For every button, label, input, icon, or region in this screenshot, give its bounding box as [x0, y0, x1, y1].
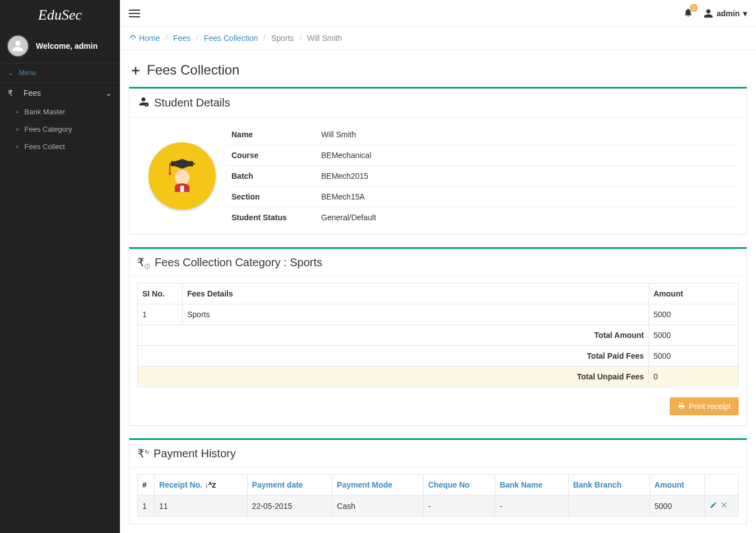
breadcrumb: Home / Fees / Fees Collection / Sports /…: [120, 27, 756, 50]
field-value-batch: BEMech2015: [317, 166, 739, 186]
breadcrumb-category: Sports: [271, 34, 294, 43]
breadcrumb-home[interactable]: Home: [139, 34, 160, 43]
field-label-status: Student Status: [227, 207, 317, 228]
username-label: admin: [717, 9, 740, 18]
cell-bank: -: [495, 495, 568, 517]
fees-table: SI No. Fees Details Amount 1 Sports 5000: [137, 283, 739, 387]
total-amount-value: 5000: [649, 325, 739, 346]
total-paid-value: 5000: [649, 346, 739, 367]
cell-mode: Cash: [332, 495, 424, 517]
field-label-course: Course: [227, 145, 317, 165]
double-angle-icon: »: [16, 109, 19, 115]
edit-button[interactable]: [709, 501, 717, 511]
double-angle-icon: »: [16, 143, 19, 150]
payment-history-table: # Receipt No. ↓ᴬᴢ Payment date Payment M…: [137, 474, 739, 517]
sidebar-item-fees-category[interactable]: » Fees Category: [0, 120, 120, 138]
col-header-branch[interactable]: Bank Branch: [568, 475, 650, 495]
plus-icon: ＋: [129, 61, 142, 79]
total-paid-row: Total Paid Fees 5000: [138, 346, 739, 367]
col-header-date[interactable]: Payment date: [247, 475, 332, 495]
svg-point-6: [175, 170, 189, 184]
graduate-icon: [163, 156, 202, 196]
rupee-info-icon: ₹ⓘ: [137, 256, 150, 269]
welcome-text: Welcome, admin: [36, 41, 98, 50]
svg-point-5: [169, 172, 171, 174]
table-row: 1 Sports 5000: [138, 304, 739, 325]
sidebar-item-label: Bank Master: [25, 108, 66, 116]
sort-icon: ↓ᴬᴢ: [205, 480, 216, 489]
cell-amount: 5000: [649, 304, 739, 325]
cell-date: 22-05-2015: [247, 495, 332, 517]
cell-num: 1: [138, 495, 155, 517]
student-details-panel: i Student Details: [129, 87, 747, 235]
print-receipt-label: Print receipt: [689, 402, 731, 411]
sidebar-item-fees[interactable]: ₹ Fees ⌄: [0, 82, 120, 103]
col-header-mode[interactable]: Payment Mode: [332, 475, 424, 495]
panel-title: Student Details: [154, 96, 230, 109]
caret-down-icon: ▾: [743, 9, 747, 18]
sidebar-item-label: Fees: [24, 89, 41, 98]
field-label-section: Section: [227, 187, 317, 207]
col-header-details: Fees Details: [183, 284, 649, 304]
svg-marker-3: [169, 159, 196, 169]
col-header-receipt[interactable]: Receipt No. ↓ᴬᴢ: [155, 475, 248, 495]
print-receipt-button[interactable]: Print receipt: [670, 397, 739, 415]
brand-logo: EduSec: [0, 0, 120, 29]
col-header-amount[interactable]: Amount: [650, 475, 704, 495]
panel-title: Fees Collection Category : Sports: [155, 256, 322, 269]
sidebar-item-label: Fees Category: [25, 125, 72, 133]
col-header-sno: SI No.: [138, 284, 183, 304]
col-header-cheque[interactable]: Cheque No: [424, 475, 495, 495]
breadcrumb-student: Will Smith: [307, 34, 342, 43]
chevron-down-icon: ⌄: [105, 89, 112, 98]
breadcrumb-fees[interactable]: Fees: [173, 34, 191, 43]
col-header-amount: Amount: [649, 284, 739, 304]
cell-sno: 1: [138, 304, 183, 325]
total-amount-row: Total Amount 5000: [138, 325, 739, 346]
user-icon: [703, 8, 713, 18]
table-row: 1 11 22-05-2015 Cash - - 5000: [138, 495, 739, 517]
sidebar-item-bank-master[interactable]: » Bank Master: [0, 103, 120, 120]
sidebar-item-fees-collect[interactable]: » Fees Collect: [0, 138, 120, 155]
student-photo: [149, 142, 216, 210]
page-title-text: Fees Collection: [147, 62, 239, 78]
delete-button[interactable]: [721, 501, 729, 511]
edit-icon: [709, 501, 717, 509]
notification-count-badge: 0: [690, 4, 698, 12]
user-menu-button[interactable]: admin ▾: [703, 8, 747, 18]
cell-amount: 5000: [650, 495, 704, 517]
user-info-icon: i: [137, 95, 150, 110]
print-icon: [678, 402, 685, 410]
total-unpaid-value: 0: [649, 367, 739, 387]
total-unpaid-row: Total Unpaid Fees 0: [138, 367, 739, 387]
user-panel: Welcome, admin: [0, 29, 120, 63]
cell-receipt: 11: [155, 495, 248, 517]
payment-history-panel: ₹↻ Payment History # Receipt No. ↓ᴬᴢ Pay…: [129, 438, 747, 524]
panel-title: Payment History: [154, 447, 236, 460]
fees-category-panel: ₹ⓘ Fees Collection Category : Sports SI …: [129, 247, 747, 426]
chevron-down-icon: ⌄: [8, 69, 13, 77]
cell-branch: [568, 495, 650, 517]
col-header-num: #: [138, 475, 155, 495]
total-paid-label: Total Paid Fees: [138, 346, 649, 367]
field-value-name: Will Smith: [317, 124, 739, 145]
total-amount-label: Total Amount: [138, 325, 649, 346]
menu-toggle-button[interactable]: [129, 7, 140, 20]
svg-text:i: i: [146, 103, 147, 106]
field-label-batch: Batch: [227, 166, 317, 186]
cell-cheque: -: [424, 495, 495, 517]
dashboard-icon: [129, 34, 137, 42]
col-header-bank[interactable]: Bank Name: [495, 475, 568, 495]
col-header-actions: [705, 475, 739, 495]
notifications-button[interactable]: 0: [683, 7, 693, 19]
double-angle-icon: »: [16, 126, 19, 132]
cell-details: Sports: [183, 304, 649, 325]
rupee-icon: ₹: [8, 89, 18, 98]
sidebar: EduSec Welcome, admin ⌄ Menu ₹ Fees ⌄ » …: [0, 0, 120, 533]
field-value-status: General/Default: [317, 207, 739, 228]
rupee-history-icon: ₹↻: [137, 447, 149, 460]
sidebar-item-label: Fees Collect: [25, 142, 65, 151]
close-icon: [721, 501, 729, 509]
breadcrumb-fees-collection[interactable]: Fees Collection: [204, 34, 258, 43]
menu-label: Menu: [19, 69, 36, 77]
